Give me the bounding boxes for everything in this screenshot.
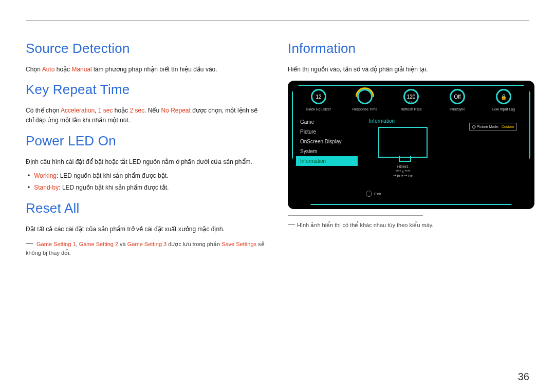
osd-preview: HDMI1 **** x **** ** kHz ** Hz	[378, 127, 428, 178]
osd-illustration: 12Black Equalizer Response Time 120HzRef…	[288, 81, 534, 209]
reset-all-body: Đặt tất cả các cài đặt của sản phẩm trở …	[26, 225, 267, 234]
osd-picture-mode-tip: Picture Mode:Custom	[469, 123, 517, 130]
source-detection-body: Chọn Auto hoặc Manual làm phương pháp nh…	[26, 65, 267, 74]
information-body: Hiển thị nguồn vào, tần số và độ phân gi…	[288, 65, 529, 74]
heading-source-detection: Source Detection	[26, 41, 267, 57]
reset-all-footnote: Game Setting 1, Game Setting 2 và Game S…	[26, 240, 267, 258]
kw-manual: Manual	[71, 66, 91, 73]
dial-low-input-lag: 🔒	[496, 89, 511, 104]
dial-black-equalizer: 12	[311, 89, 326, 104]
power-led-body: Định cấu hình cài đặt để bật hoặc tắt LE…	[26, 157, 267, 167]
osd-menu: Game Picture OnScreen Display System Inf…	[296, 117, 358, 178]
dial-response-time	[357, 89, 373, 104]
osd-menu-information: Information	[296, 156, 358, 166]
osd-menu-game: Game	[296, 117, 358, 127]
osd-source: HDMI1	[397, 165, 409, 169]
osd-menu-onscreen-display: OnScreen Display	[296, 137, 358, 146]
information-footnote: Hình ảnh hiển thị có thể khác nhau tùy t…	[288, 221, 529, 230]
osd-panel-title: Information	[369, 118, 428, 124]
osd-frequency: ** kHz ** Hz	[393, 174, 412, 178]
page-number: 36	[518, 371, 529, 383]
heading-power-led: Power LED On	[26, 133, 267, 149]
heading-reset-all: Reset All	[26, 200, 267, 216]
heading-information: Information	[288, 41, 529, 57]
power-led-list: Working: LED nguồn bật khi sản phẩm được…	[26, 170, 267, 194]
monitor-icon	[378, 127, 428, 158]
right-column: Information Hiển thị nguồn vào, tần số v…	[288, 33, 529, 258]
osd-menu-system: System	[296, 146, 358, 156]
dial-refresh-rate: 120Hz	[403, 89, 419, 104]
kw-auto: Auto	[42, 66, 55, 73]
osd-dial-row: 12Black Equalizer Response Time 120HzRef…	[296, 89, 526, 111]
dial-freesync: Off	[450, 89, 465, 104]
key-repeat-body: Có thể chọn Acceleration, 1 sec hoặc 2 s…	[26, 106, 267, 125]
osd-exit: Exit	[366, 191, 381, 197]
left-column: Source Detection Chọn Auto hoặc Manual l…	[26, 33, 267, 258]
heading-key-repeat: Key Repeat Time	[26, 82, 267, 98]
osd-menu-picture: Picture	[296, 127, 358, 137]
osd-resolution: **** x ****	[395, 170, 410, 173]
